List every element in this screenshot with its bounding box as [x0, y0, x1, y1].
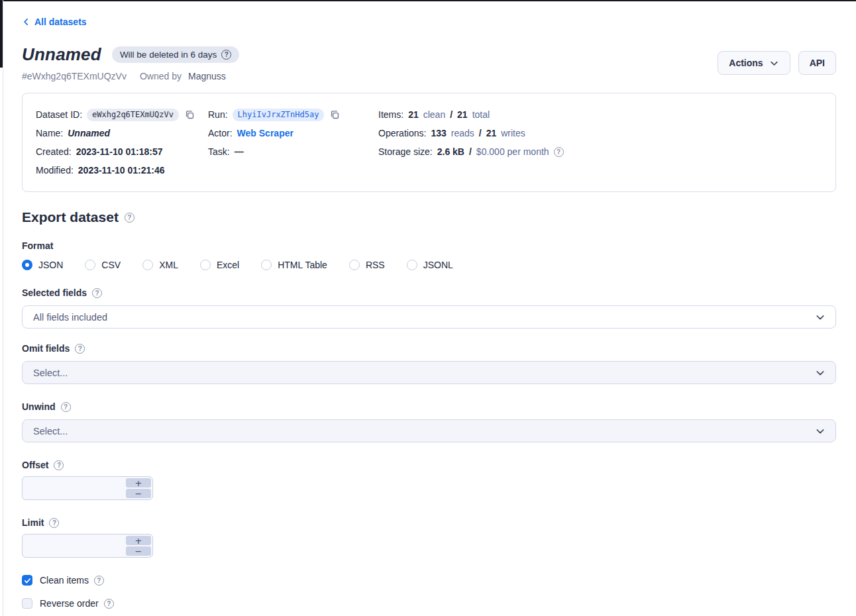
- page-header: Unnamed Will be deleted in 6 days ? #eWx…: [22, 44, 836, 81]
- radio-icon[interactable]: [261, 260, 272, 270]
- items-row: Items: 21 clean / 21 total: [378, 105, 822, 124]
- info-column-run: Run: LhyiIvJrxZTnHd5ay Actor: Web Scrape…: [208, 105, 378, 180]
- omit-fields-select[interactable]: Select...: [22, 361, 836, 384]
- help-icon[interactable]: ?: [49, 518, 59, 528]
- dataset-info-card: Dataset ID: eWxhg2q6TEXmUQzVv Name: Unna…: [22, 93, 836, 192]
- owner-name: Magnuss: [188, 71, 226, 81]
- format-radio-json[interactable]: JSON: [22, 260, 63, 270]
- format-radio-csv[interactable]: CSV: [85, 260, 121, 270]
- unwind-label: Unwind ?: [22, 401, 836, 412]
- operations-label: Operations:: [378, 128, 426, 138]
- selected-fields-label: Selected fields ?: [22, 287, 836, 298]
- help-icon[interactable]: ?: [75, 344, 85, 354]
- reverse-order-label[interactable]: Reverse order: [40, 598, 99, 609]
- format-radio-jsonl[interactable]: JSONL: [407, 260, 453, 270]
- breadcrumb-all-datasets[interactable]: All datasets: [22, 17, 87, 27]
- actor-row: Actor: Web Scraper: [208, 124, 378, 142]
- created-label: Created:: [36, 146, 72, 157]
- radio-icon[interactable]: [200, 260, 211, 270]
- radio-icon[interactable]: [349, 260, 360, 270]
- omit-fields-label: Omit fields ?: [22, 343, 836, 354]
- name-label: Name:: [36, 128, 63, 138]
- radio-icon[interactable]: [22, 260, 32, 270]
- format-radio-excel[interactable]: Excel: [200, 260, 239, 270]
- clean-items-row: Clean items ?: [22, 575, 836, 586]
- chevron-down-icon: [769, 58, 779, 68]
- check-icon: [24, 577, 31, 584]
- limit-increment-button[interactable]: +: [126, 536, 151, 545]
- offset-decrement-button[interactable]: −: [126, 489, 151, 498]
- offset-input[interactable]: + −: [22, 476, 153, 500]
- run-id-chip[interactable]: LhyiIvJrxZTnHd5ay: [233, 109, 325, 121]
- deletion-badge: Will be deleted in 6 days ?: [112, 46, 239, 63]
- radio-icon[interactable]: [407, 260, 417, 270]
- info-column-usage: Items: 21 clean / 21 total Operations: 1…: [378, 105, 822, 180]
- dataset-id-chip: eWxhg2q6TEXmUQzVv: [87, 109, 179, 121]
- dataset-id-row: Dataset ID: eWxhg2q6TEXmUQzVv: [36, 105, 208, 124]
- dataset-detail-page: All datasets Unnamed Will be deleted in …: [0, 0, 856, 616]
- format-radio-rss[interactable]: RSS: [349, 260, 385, 270]
- items-label: Items:: [378, 109, 403, 120]
- limit-label: Limit ?: [22, 517, 836, 528]
- task-row: Task: —: [208, 142, 378, 161]
- omit-fields-placeholder: Select...: [33, 368, 68, 378]
- modified-row: Modified: 2023-11-10 01:21:46: [36, 161, 208, 180]
- reverse-order-row: Reverse order ?: [22, 598, 836, 609]
- help-icon[interactable]: ?: [92, 288, 102, 298]
- clean-items-checkbox[interactable]: [22, 575, 32, 586]
- page-title: Unnamed: [22, 44, 101, 65]
- actor-label: Actor:: [208, 128, 233, 138]
- export-dataset-heading: Export dataset ?: [22, 209, 836, 225]
- copy-icon[interactable]: [184, 109, 195, 121]
- deletion-badge-text: Will be deleted in 6 days: [120, 50, 217, 60]
- help-icon[interactable]: ?: [221, 50, 231, 60]
- radio-icon[interactable]: [85, 260, 95, 270]
- run-label: Run:: [208, 109, 228, 120]
- selected-fields-select[interactable]: All fields included: [22, 305, 836, 329]
- chevron-left-icon: [22, 17, 31, 26]
- offset-label: Offset ?: [22, 460, 836, 470]
- breadcrumb-label[interactable]: All datasets: [34, 17, 87, 27]
- radio-icon[interactable]: [142, 260, 153, 270]
- storage-label: Storage size:: [378, 146, 433, 157]
- chevron-down-icon: [815, 426, 826, 436]
- dataset-hash: #eWxhg2q6TEXmUQzVv: [22, 71, 127, 81]
- created-row: Created: 2023-11-10 01:18:57: [36, 142, 208, 161]
- unwind-select[interactable]: Select...: [22, 419, 836, 442]
- offset-increment-button[interactable]: +: [126, 478, 151, 488]
- limit-input[interactable]: + −: [22, 534, 153, 558]
- format-radio-xml[interactable]: XML: [142, 260, 178, 270]
- help-icon[interactable]: ?: [94, 576, 104, 586]
- chevron-down-icon: [815, 368, 826, 378]
- storage-row: Storage size: 2.6 kB / $0.000 per month …: [378, 142, 822, 161]
- run-row: Run: LhyiIvJrxZTnHd5ay: [208, 105, 378, 124]
- api-button[interactable]: API: [798, 51, 836, 75]
- owned-by-label: Owned by: [140, 71, 182, 81]
- format-radio-html-table[interactable]: HTML Table: [261, 260, 327, 270]
- dataset-id-label: Dataset ID:: [36, 109, 82, 120]
- name-row: Name: Unnamed: [36, 124, 208, 142]
- clean-items-label[interactable]: Clean items: [40, 575, 89, 586]
- format-label: Format: [22, 240, 836, 251]
- info-column-general: Dataset ID: eWxhg2q6TEXmUQzVv Name: Unna…: [36, 105, 208, 180]
- help-icon[interactable]: ?: [61, 402, 71, 412]
- limit-decrement-button[interactable]: −: [126, 546, 151, 556]
- help-icon[interactable]: ?: [104, 599, 114, 609]
- actor-link[interactable]: Web Scraper: [237, 128, 294, 138]
- actions-button[interactable]: Actions: [718, 51, 790, 75]
- storage-size: 2.6 kB: [437, 146, 464, 157]
- help-icon[interactable]: ?: [54, 460, 64, 470]
- reverse-order-checkbox[interactable]: [22, 598, 32, 609]
- copy-icon[interactable]: [329, 109, 341, 121]
- chevron-down-icon: [815, 312, 826, 323]
- created-value: 2023-11-10 01:18:57: [76, 146, 163, 157]
- format-radio-group: JSON CSV XML Excel HTML Table RSS JSONL: [22, 260, 836, 270]
- operations-row: Operations: 133 reads / 21 writes: [378, 124, 822, 142]
- help-icon[interactable]: ?: [554, 147, 564, 157]
- modified-label: Modified:: [36, 165, 74, 176]
- storage-cost: $0.000 per month: [476, 146, 549, 157]
- help-icon[interactable]: ?: [125, 213, 134, 223]
- name-value: Unnamed: [68, 128, 110, 138]
- modified-value: 2023-11-10 01:21:46: [78, 165, 165, 176]
- selected-fields-value: All fields included: [33, 312, 107, 323]
